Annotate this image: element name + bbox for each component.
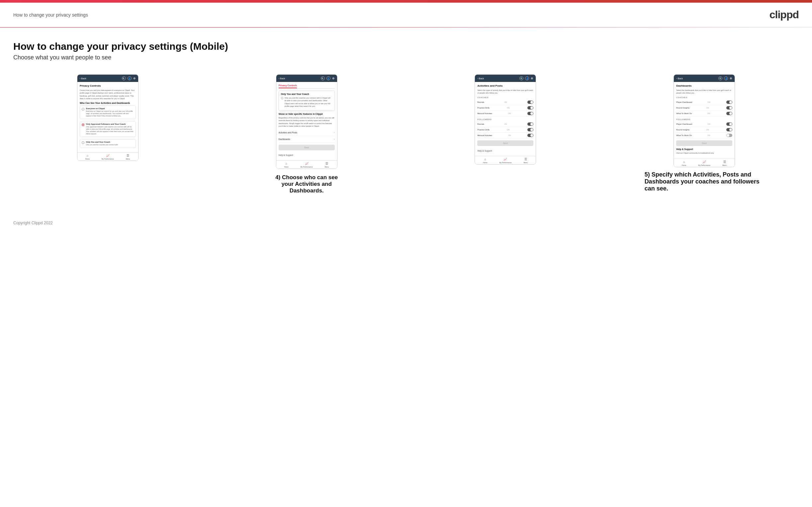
step4-toggle-wtwo-coaches-switch[interactable] [726, 112, 732, 115]
step2-back-button[interactable]: ‹ Back [278, 77, 285, 79]
step4-toggle-pdash-coaches: Player Dashboard ON [676, 100, 732, 105]
search-icon[interactable]: 🔍 [122, 76, 126, 80]
step4-tab-home-label: Home [682, 164, 686, 166]
step3-toggle-rounds-followers-switch[interactable] [527, 122, 534, 126]
performance-icon: 📈 [106, 154, 110, 157]
search-icon[interactable]: 🔍 [519, 76, 523, 80]
step2-nav-activities-chevron: › [334, 131, 335, 134]
step3-mockup: ‹ Back 🔍 👤 ⊕ Activities and Posts Select… [474, 74, 536, 165]
step1-radio3[interactable] [82, 142, 84, 144]
step1-option3-label: Only You and Your Coach [86, 141, 118, 143]
step2-tab-performance[interactable]: 📈 My Performance [297, 162, 317, 168]
more-icon[interactable]: ⊕ [133, 77, 136, 80]
more-icon[interactable]: ⊕ [332, 77, 335, 80]
step4-tab-home[interactable]: ⌂ Home [674, 160, 694, 166]
step2-tab-menu-label: Menu [325, 166, 329, 168]
step1-radio1[interactable] [82, 108, 84, 111]
step3-tab-perf-label: My Performance [500, 162, 512, 164]
step2-popup-desc: Only you and the coaches you connect wit… [285, 97, 333, 108]
search-icon[interactable]: 🔍 [718, 76, 722, 80]
logo-text: clippd [769, 9, 799, 20]
step2-nav-dashboards[interactable]: Dashboards › [278, 136, 335, 143]
step4-toggle-pdash-coaches-switch[interactable] [726, 101, 732, 104]
step3-tab-bar: ⌂ Home 📈 My Performance ☰ Menu [475, 156, 536, 164]
step2-help-support: Help & Support [278, 152, 335, 158]
step1-tab-perf-label: My Performance [102, 158, 114, 160]
step4-toggle-wtwo-followers: What To Work On ON [676, 133, 732, 138]
step4-mockup: ‹ Back 🔍 👤 ⊕ Dashboards Select the dashb… [673, 74, 735, 167]
step3-toggle-manual-coaches-switch[interactable] [527, 112, 534, 115]
step2-mockup-header: ‹ Back 🔍 👤 ⊕ [276, 75, 337, 82]
step1-mockup-body: Privacy Controls Control how you and you… [78, 82, 138, 152]
step3-tab-menu[interactable]: ☰ Menu [515, 158, 536, 164]
step4-help-body: Visit our Clippd community to troublesho… [676, 152, 732, 154]
step1-option2[interactable]: Only Approved Followers and Your Coach O… [80, 121, 136, 137]
step3-tab-performance[interactable]: 📈 My Performance [495, 158, 515, 164]
step1-option2-desc: Only approved followers and coaches you … [86, 126, 134, 135]
step4-tab-menu-label: Menu [722, 164, 727, 166]
step1-tab-performance[interactable]: 📈 My Performance [98, 154, 118, 160]
step4-tab-performance[interactable]: 📈 My Performance [694, 160, 714, 166]
step4-toggle-wtwo-followers-switch[interactable] [726, 134, 732, 137]
step3-mockup-body: Activities and Posts Select the types of… [475, 82, 536, 156]
step2-mockup: ‹ Back 🔍 👤 ⊕ Privacy Controls [276, 74, 338, 169]
step1-back-button[interactable]: ‹ Back [80, 77, 86, 79]
profile-icon[interactable]: 👤 [724, 76, 728, 80]
header-title: How to change your privacy settings [13, 12, 88, 17]
step2-popup-radio [281, 97, 283, 99]
step5-caption: 5) Specify which Activities, Posts and D… [645, 171, 764, 192]
more-icon[interactable]: ⊕ [531, 77, 534, 80]
step3-block: ‹ Back 🔍 👤 ⊕ Activities and Posts Select… [411, 74, 600, 165]
step2-body-text: Regardless of the privacy controls that … [278, 116, 335, 127]
profile-icon[interactable]: 👤 [128, 76, 132, 80]
step2-body-title: Show or hide specific features in Clippd [278, 113, 335, 115]
home-icon: ⌂ [484, 158, 486, 161]
step4-toggle-pdash-followers: Player Dashboard ON [676, 121, 732, 127]
step2-tab-home[interactable]: ⌂ Home [276, 162, 297, 168]
step3-tab-menu-label: Menu [524, 162, 528, 164]
step4-toggle-pdash-followers-switch[interactable] [726, 122, 732, 126]
step3-back-button[interactable]: ‹ Back [477, 77, 484, 79]
step3-save-button[interactable]: Save [477, 140, 534, 146]
menu-icon: ☰ [524, 158, 527, 161]
step1-tab-menu[interactable]: ☰ Menu [118, 154, 138, 160]
step3-tab-home[interactable]: ⌂ Home [475, 158, 495, 164]
step2-tab-label[interactable]: Privacy Controls [278, 84, 297, 88]
step4-toggle-wtwo-coaches: What To Work On ON [676, 111, 732, 116]
step1-option1[interactable]: Everyone on Clippd Everyone on Clippd ca… [80, 106, 136, 119]
step4-section-title: Dashboards [676, 84, 732, 87]
step2-nav-activities[interactable]: Activities and Posts › [278, 129, 335, 136]
step4-tab-menu[interactable]: ☰ Menu [714, 160, 734, 166]
step3-toggle-manual-followers-label: Manual Activities [477, 134, 492, 136]
performance-icon: 📈 [305, 162, 309, 165]
step1-option3[interactable]: Only You and Your Coach Only you and the… [80, 139, 136, 148]
profile-icon[interactable]: 👤 [525, 76, 529, 80]
search-icon[interactable]: 🔍 [321, 76, 325, 80]
step4-save-button[interactable]: Save [676, 140, 732, 146]
step2-save-button[interactable]: Save [278, 145, 335, 150]
step1-section-title: Privacy Controls [80, 84, 136, 87]
step2-nav-activities-label: Activities and Posts [278, 131, 297, 134]
step3-toggle-drills-followers-switch[interactable] [527, 128, 534, 131]
step4-toggle-rinsights-followers-switch[interactable] [726, 128, 732, 131]
more-icon[interactable]: ⊕ [730, 77, 732, 80]
step2-nav-dashboards-label: Dashboards [278, 138, 290, 140]
step4-toggle-wtwo-followers-label: What To Work On [676, 134, 692, 136]
step2-tab-menu[interactable]: ☰ Menu [317, 162, 337, 168]
step4-mockup-body: Dashboards Select the dashboards that yo… [674, 82, 734, 159]
step3-toggle-drills-coaches-switch[interactable] [527, 106, 534, 110]
step3-toggle-rounds-coaches-switch[interactable] [527, 101, 534, 104]
profile-icon[interactable]: 👤 [326, 76, 331, 80]
step1-radio2[interactable] [82, 123, 84, 126]
step4-back-button[interactable]: ‹ Back [676, 77, 683, 79]
step1-tab-home[interactable]: ⌂ Home [78, 154, 98, 160]
performance-icon: 📈 [503, 158, 507, 161]
step1-option1-label: Everyone on Clippd [86, 108, 134, 110]
step4-toggle-rinsights-coaches-switch[interactable] [726, 106, 732, 110]
screenshots-row: ‹ Back 🔍 👤 ⊕ Privacy Controls Control ho… [13, 74, 799, 194]
step3-toggle-manual-followers-switch[interactable] [527, 134, 534, 137]
step4-toggle-rinsights-coaches: Round Insights ON [676, 105, 732, 111]
step3-toggle-manual-followers: Manual Activities ON [477, 133, 534, 138]
step4-tab-perf-label: My Performance [698, 164, 710, 166]
step4-block: ‹ Back 🔍 👤 ⊕ Dashboards Select the dashb… [610, 74, 799, 192]
